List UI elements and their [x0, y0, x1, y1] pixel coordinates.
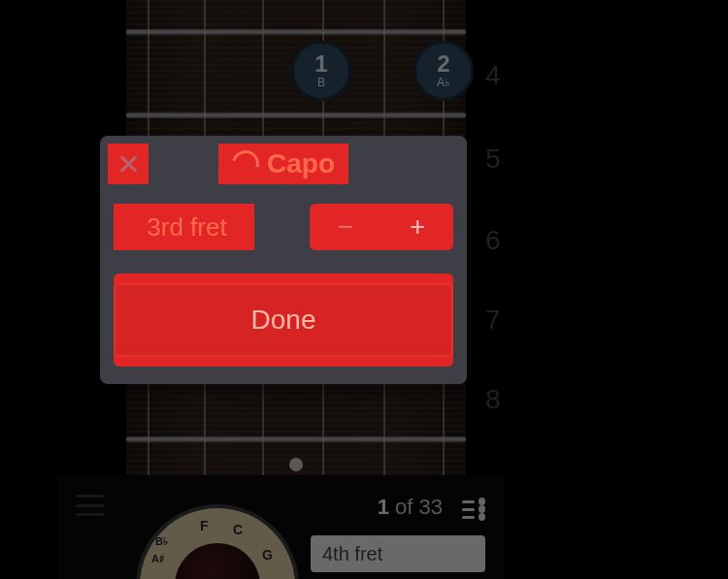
capo-fret-readout: 3rd fret [114, 204, 254, 250]
fret-selector[interactable]: 4th fret [311, 535, 485, 572]
done-button[interactable]: Done [114, 283, 453, 357]
wheel-note: A♯ [151, 553, 164, 565]
modal-title: Capo [218, 144, 348, 184]
wheel-note: G [262, 547, 273, 563]
fret-selector-value: 4th fret [322, 543, 382, 565]
capo-icon [227, 145, 264, 182]
finger-number: 1 [314, 52, 327, 76]
fret-number: 8 [485, 384, 501, 415]
fret-number: 5 [485, 144, 501, 175]
finger-note: B [317, 76, 325, 89]
chord-wheel[interactable]: F C G B♭ A♯ [136, 504, 299, 579]
finger-marker: 2 A♭ [414, 41, 474, 101]
finger-number: 2 [437, 52, 449, 76]
capo-modal: Capo 3rd fret − + Done [100, 136, 467, 384]
bottom-toolbar: F C G B♭ A♯ 1 of 33 4th fret [58, 475, 505, 579]
fret-number: 4 [485, 60, 501, 91]
wheel-center [175, 543, 260, 579]
done-label: Done [251, 305, 316, 336]
capo-increment[interactable]: + [382, 213, 454, 241]
capo-stepper: − + [310, 204, 453, 250]
voicing-of: of [395, 495, 413, 519]
capo-decrement[interactable]: − [310, 213, 381, 241]
finger-marker: 1 B [291, 41, 351, 101]
wheel-note: B♭ [155, 535, 168, 548]
close-button[interactable] [108, 144, 149, 184]
finger-note: A♭ [437, 76, 450, 89]
capo-fret-value: 3rd fret [147, 212, 226, 242]
modal-title-text: Capo [267, 148, 335, 179]
voicing-index: 1 [378, 495, 389, 519]
close-icon [117, 153, 139, 175]
voicing-total: 33 [419, 495, 443, 519]
wheel-note: F [200, 518, 209, 533]
fret-number: 7 [485, 305, 501, 336]
menu-icon[interactable] [76, 495, 105, 516]
wheel-note: C [233, 522, 243, 537]
list-icon[interactable] [462, 498, 485, 517]
fret-number: 6 [485, 225, 501, 256]
voicing-counter[interactable]: 1 of 33 [378, 495, 485, 520]
done-button-wrap: Done [114, 273, 453, 367]
